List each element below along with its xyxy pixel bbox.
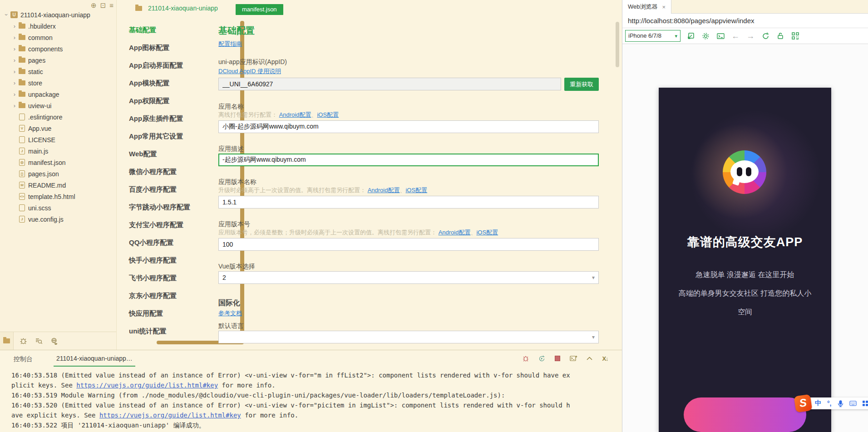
editor-scrollbar[interactable] <box>616 22 619 340</box>
sogou-logo[interactable]: S <box>794 394 813 413</box>
app-name-input[interactable] <box>218 120 599 133</box>
app-title: 靠谱的高级交友APP <box>659 234 831 250</box>
debug-icon[interactable] <box>522 354 530 362</box>
tree-item-uview-ui[interactable]: ›uview-ui <box>0 100 116 111</box>
version-name-input[interactable] <box>218 196 599 209</box>
console-link[interactable]: https://vuejs.org/guide/list.html#key <box>76 382 218 389</box>
appid-input[interactable] <box>218 78 561 90</box>
folder-icon <box>19 58 25 63</box>
dcloud-appid-doc-link[interactable]: DCloud AppID 使用说明 <box>218 68 281 74</box>
android-config-link[interactable]: Android配置 <box>279 111 311 118</box>
i18n-doc-link[interactable]: 参考文档 <box>218 310 242 317</box>
debug-icon[interactable] <box>17 335 29 347</box>
folder-icon <box>19 103 25 108</box>
restart-icon[interactable] <box>538 354 546 362</box>
tree-item-components[interactable]: ›components <box>0 43 116 55</box>
refetch-appid-button[interactable]: 重新获取 <box>564 78 599 91</box>
tree-item-uni.scss[interactable]: uni.scss <box>0 202 116 214</box>
tree-item-main.js[interactable]: Jmain.js <box>0 145 116 157</box>
forward-icon[interactable]: → <box>745 31 755 41</box>
search-icon[interactable] <box>33 335 44 347</box>
tree-item-pages[interactable]: ›pages <box>0 55 116 66</box>
qr-code-icon[interactable] <box>790 31 800 41</box>
tree-item-static[interactable]: ›static <box>0 66 116 77</box>
menu-icon[interactable]: ≡ <box>109 1 113 10</box>
tree-item-unpackage[interactable]: ›unpackage <box>0 89 116 100</box>
project-root-item[interactable]: ›U211014-xiaoquan-uniapp <box>0 9 116 20</box>
android-config-link[interactable]: Android配置 <box>439 229 471 236</box>
vue-version-label: Vue版本选择 <box>218 263 599 270</box>
file-icon: J <box>19 216 25 223</box>
clear-console-icon[interactable]: X↓ <box>601 354 609 362</box>
version-code-field: 应用版本号 应用版本号，必须是整数；升级时必须高于上一次设置的值。离线打包需另行… <box>218 220 599 251</box>
tree-item-App.vue[interactable]: VApp.vue <box>0 123 116 134</box>
version-name-label: 应用版本名称 <box>218 178 599 185</box>
tree-item-LICENSE[interactable]: LICENSE <box>0 134 116 145</box>
default-language-select[interactable]: ▾ <box>218 331 599 343</box>
console-link[interactable]: https://vuejs.org/guide/list.html#key <box>99 412 241 419</box>
tree-item-.eslintignore[interactable]: .eslintignore <box>0 111 116 123</box>
tree-item-manifest.json[interactable]: ◎manifest.json <box>0 157 116 168</box>
tree-item-vue.config.js[interactable]: Jvue.config.js <box>0 214 116 225</box>
app-desc-field: 应用描述 <box>218 145 599 166</box>
tree-item-README.md[interactable]: MREADME.md <box>0 179 116 191</box>
ios-config-link[interactable]: iOS配置 <box>476 229 498 236</box>
refresh-icon[interactable] <box>760 31 770 41</box>
file-icon <box>19 204 25 211</box>
chevron-right-icon[interactable]: › <box>12 57 17 64</box>
chevron-right-icon[interactable]: › <box>12 45 17 52</box>
stop-icon[interactable] <box>553 354 562 362</box>
tree-item-common[interactable]: ›common <box>0 32 116 43</box>
gear-icon[interactable] <box>700 31 710 41</box>
vue-version-select[interactable]: 2▾ <box>218 271 599 284</box>
ime-apps-grid-icon[interactable] <box>863 401 868 406</box>
ime-punctuation[interactable]: °, <box>827 400 832 407</box>
uniapp-project-icon: U <box>10 11 18 18</box>
chevron-right-icon[interactable]: › <box>12 91 17 98</box>
device-select[interactable]: iPhone 6/7/8▾ <box>625 30 681 42</box>
chevron-right-icon[interactable]: › <box>12 68 17 75</box>
keyboard-icon[interactable] <box>849 401 857 406</box>
file-icon: <> <box>19 193 25 200</box>
locate-icon[interactable]: ⊕ <box>91 1 97 10</box>
globe-sync-icon[interactable] <box>48 335 60 347</box>
ios-config-link[interactable]: iOS配置 <box>317 111 339 118</box>
tree-item-template.h5.html[interactable]: <>template.h5.html <box>0 191 116 202</box>
web-browser-panel: Web浏览器 × http://localhost:8080/pages/app… <box>622 0 868 432</box>
console-terminal-icon[interactable] <box>715 31 725 41</box>
tree-item-store[interactable]: ›store <box>0 77 116 89</box>
config-guide-link[interactable]: 配置指南 <box>218 40 242 48</box>
back-icon[interactable]: ← <box>730 31 740 41</box>
tree-item-.hbuilderx[interactable]: ›.hbuilderx <box>0 20 116 32</box>
file-icon: M <box>19 182 25 189</box>
app-preview[interactable]: 靠谱的高级交友APP 急速脱单 浪漫邂逅 在这里开始 高端的单身男女交友社区 打… <box>659 88 831 432</box>
chevron-right-icon[interactable]: › <box>12 23 17 30</box>
file-icon: V <box>19 125 25 132</box>
tab-web-browser[interactable]: Web浏览器 × <box>622 0 671 14</box>
files-tab[interactable] <box>0 332 14 350</box>
collapse-panel-icon[interactable] <box>585 354 593 362</box>
tree-item-pages.json[interactable]: []pages.json <box>0 168 116 179</box>
console-project-tab[interactable]: 211014-xiaoquan-uniapp… <box>54 355 135 367</box>
url-bar[interactable]: http://localhost:8080/pages/appview/inde… <box>622 14 868 28</box>
chevron-down-icon[interactable]: › <box>3 12 10 18</box>
new-terminal-icon[interactable] <box>569 354 577 362</box>
console-label: 控制台 <box>14 355 33 363</box>
microphone-icon[interactable] <box>838 400 843 407</box>
open-external-icon[interactable] <box>686 31 695 41</box>
breadcrumb[interactable]: 211014-xiaoquan-uniapp <box>134 5 218 12</box>
chevron-right-icon[interactable]: › <box>12 79 17 86</box>
app-desc-input[interactable] <box>218 154 599 166</box>
chevron-right-icon[interactable]: › <box>12 102 17 109</box>
version-code-input[interactable] <box>218 238 599 251</box>
login-button[interactable] <box>684 397 806 432</box>
close-icon[interactable]: × <box>662 4 666 10</box>
collapse-all-icon[interactable]: ⊡ <box>100 1 106 10</box>
android-config-link[interactable]: Android配置 <box>368 187 400 194</box>
lock-icon[interactable] <box>775 31 785 41</box>
chevron-right-icon[interactable]: › <box>12 34 17 41</box>
chevron-down-icon: ▾ <box>592 331 595 343</box>
ime-language-mode[interactable]: 中 <box>815 399 821 407</box>
version-name-field: 应用版本名称 升级时必须高于上一次设置的值。离线打包需另行配置： Android… <box>218 178 599 209</box>
ios-config-link[interactable]: iOS配置 <box>405 187 427 194</box>
